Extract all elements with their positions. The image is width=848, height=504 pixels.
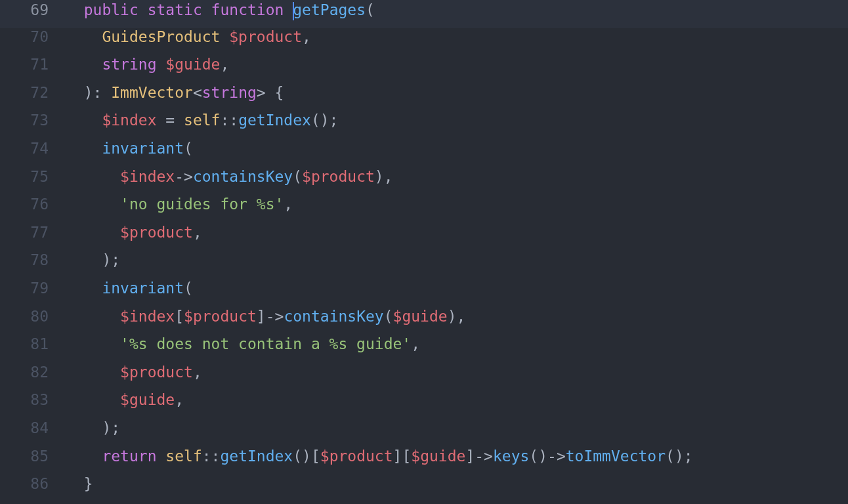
code-line-81[interactable]: 81 '%s does not contain a %s guide', <box>0 335 848 364</box>
code-line-86[interactable]: 86 } <box>0 475 848 503</box>
line-number: 85 <box>0 448 66 465</box>
code-line-74[interactable]: 74 invariant( <box>0 140 848 168</box>
line-number: 72 <box>0 84 66 101</box>
code-line-73[interactable]: 73 $index = self::getIndex(); <box>0 112 848 140</box>
code-line-75[interactable]: 75 $index->containsKey($product), <box>0 168 848 196</box>
bracket-close: ] <box>257 308 266 325</box>
variable: $index <box>120 168 175 185</box>
call-parens: (); <box>311 112 339 129</box>
variable: $product <box>120 364 193 381</box>
comma: , <box>302 28 311 45</box>
call-parens: (); <box>666 448 693 465</box>
line-number: 86 <box>0 475 66 492</box>
comma: , <box>411 335 420 352</box>
code-content[interactable]: ); <box>66 251 848 268</box>
type-name: ImmVector <box>111 84 193 101</box>
keyword-self: self <box>165 448 201 465</box>
function-call: invariant <box>102 280 184 297</box>
paren-close: ) <box>375 168 384 185</box>
code-line-77[interactable]: 77 $product, <box>0 224 848 252</box>
line-number: 69 <box>0 1 66 18</box>
code-line-82[interactable]: 82 $product, <box>0 364 848 392</box>
code-content[interactable]: $index = self::getIndex(); <box>66 112 848 129</box>
code-content[interactable]: 'no guides for %s', <box>66 196 848 213</box>
comma: , <box>175 391 184 408</box>
code-content[interactable]: GuidesProduct $product, <box>66 28 848 45</box>
brace-close: } <box>84 475 93 492</box>
variable: $guide <box>393 308 448 325</box>
code-line-85[interactable]: 85 return self::getIndex()[$product][$gu… <box>0 448 848 476</box>
code-content[interactable]: invariant( <box>66 280 848 297</box>
code-content[interactable]: string $guide, <box>66 56 848 73</box>
code-content[interactable]: public static function getPages( <box>66 0 848 18</box>
keyword-self: self <box>184 112 220 129</box>
line-number: 77 <box>0 224 66 241</box>
line-number: 75 <box>0 168 66 185</box>
paren-open: ( <box>293 168 302 185</box>
bracket-close: ] <box>465 448 475 465</box>
code-line-79[interactable]: 79 invariant( <box>0 280 848 308</box>
line-number: 81 <box>0 335 66 352</box>
line-number: 83 <box>0 391 66 408</box>
keyword-public: public <box>84 1 138 18</box>
method-name: containsKey <box>284 308 383 325</box>
code-line-69[interactable]: 69 public static function getPages( <box>0 0 848 28</box>
comma: , <box>220 56 229 73</box>
code-content[interactable]: return self::getIndex()[$product][$guide… <box>66 448 848 465</box>
variable: $product <box>320 448 393 465</box>
method-name: getIndex <box>220 448 293 465</box>
code-content[interactable]: $guide, <box>66 391 848 408</box>
code-line-70[interactable]: 70 GuidesProduct $product, <box>0 28 848 56</box>
code-content[interactable]: $product, <box>66 224 848 241</box>
comma: , <box>193 364 202 381</box>
code-content[interactable]: '%s does not contain a %s guide', <box>66 335 848 352</box>
bracket-open: [ <box>175 308 184 325</box>
code-line-72[interactable]: 72 ): ImmVector<string> { <box>0 84 848 112</box>
variable: $guide <box>411 448 465 465</box>
method-name: getIndex <box>238 112 311 129</box>
variable: $product <box>302 168 375 185</box>
code-content[interactable]: $product, <box>66 364 848 381</box>
paren-open: ( <box>184 280 193 297</box>
code-content[interactable]: invariant( <box>66 140 848 157</box>
code-line-78[interactable]: 78 ); <box>0 251 848 280</box>
string-literal: '%s does not contain a %s guide' <box>120 335 411 352</box>
paren-open: ( <box>384 308 393 325</box>
angle-close: > <box>257 84 266 101</box>
code-editor[interactable]: 69 public static function getPages( 70 G… <box>0 0 848 503</box>
arrow-op: -> <box>475 448 493 465</box>
code-line-83[interactable]: 83 $guide, <box>0 391 848 419</box>
code-content[interactable]: $index[$product]->containsKey($guide), <box>66 308 848 325</box>
paren-close: ) <box>84 84 93 101</box>
function-name: getPages <box>293 1 366 18</box>
arrow-op: -> <box>175 168 193 185</box>
variable: $guide <box>120 391 175 408</box>
scope-op: :: <box>220 112 238 129</box>
call-parens: () <box>293 448 311 465</box>
code-line-80[interactable]: 80 $index[$product]->containsKey($guide)… <box>0 308 848 336</box>
bracket-close: ] <box>393 448 402 465</box>
comma: , <box>284 196 293 213</box>
code-content[interactable]: $index->containsKey($product), <box>66 168 848 185</box>
line-number: 80 <box>0 308 66 325</box>
variable: $product <box>229 28 302 45</box>
variable: $product <box>120 224 193 241</box>
type-name: GuidesProduct <box>102 28 220 45</box>
arrow-op: -> <box>266 308 284 325</box>
code-content[interactable]: ); <box>66 419 848 436</box>
code-line-71[interactable]: 71 string $guide, <box>0 56 848 84</box>
variable: $product <box>184 308 257 325</box>
line-number: 73 <box>0 112 66 129</box>
string-literal: 'no guides for %s' <box>120 196 284 213</box>
line-number: 71 <box>0 56 66 73</box>
function-call: invariant <box>102 140 184 157</box>
angle-open: < <box>193 84 202 101</box>
code-content[interactable]: } <box>66 475 848 492</box>
paren-close-semi: ); <box>102 251 120 268</box>
code-line-84[interactable]: 84 ); <box>0 419 848 448</box>
scope-op: :: <box>202 448 221 465</box>
code-content[interactable]: ): ImmVector<string> { <box>66 84 848 101</box>
code-line-76[interactable]: 76 'no guides for %s', <box>0 196 848 224</box>
paren-close-semi: ); <box>102 419 120 436</box>
keyword-return: return <box>102 448 156 465</box>
